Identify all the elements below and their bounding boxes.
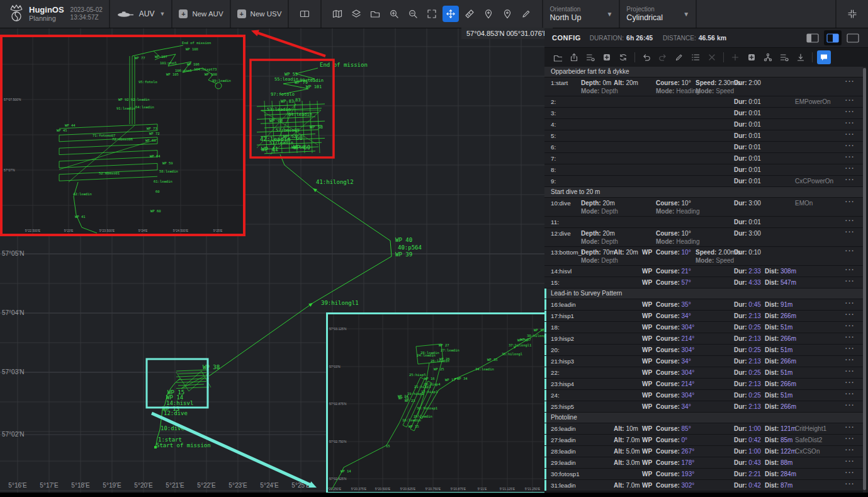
- row-menu-button[interactable]: ...: [845, 106, 855, 113]
- config-row[interactable]: 28:leadinAlt: 5.0mWPCourse: 267°Dur: 1:0…: [544, 446, 864, 457]
- delete-icon[interactable]: [705, 50, 719, 64]
- comment-icon[interactable]: [817, 50, 831, 64]
- row-menu-button[interactable]: ...: [845, 467, 855, 474]
- split-view-icon[interactable]: [296, 6, 313, 22]
- folder-icon[interactable]: [551, 50, 565, 64]
- config-row[interactable]: 12:diveDepth: 20mMode: DepthCourse: 10°M…: [544, 228, 864, 247]
- redo-icon[interactable]: [656, 50, 670, 64]
- draw-icon[interactable]: [518, 6, 534, 22]
- download-icon[interactable]: [794, 50, 808, 64]
- config-row[interactable]: 31:leadinAlt: 7.0mWPCourse: 302°Dur: 0:4…: [544, 480, 864, 491]
- config-row[interactable]: 4:Dur: 0:01...: [544, 119, 864, 130]
- config-row[interactable]: 21:hisp3WPCourse: 34°Dur: 2:13Dist: 266m…: [544, 356, 864, 367]
- row-menu-button[interactable]: ...: [845, 129, 855, 136]
- config-scrollbar[interactable]: [863, 67, 866, 493]
- config-row[interactable]: 14:hisvlWPCourse: 21°Dur: 2:33Dist: 308m…: [544, 266, 864, 277]
- add-icon[interactable]: [728, 50, 742, 64]
- row-menu-button[interactable]: ...: [845, 444, 855, 452]
- config-row[interactable]: 13:bottom_tDepth: 70mMode: DepthAlt: 20m…: [544, 247, 864, 266]
- list-icon[interactable]: [689, 50, 702, 64]
- config-row[interactable]: 11:Dur: 0:01...: [544, 217, 864, 228]
- config-row[interactable]: 1:startDepth: 0mMode: DepthAlt: 20mCours…: [544, 77, 864, 96]
- row-menu-button[interactable]: ...: [845, 421, 855, 429]
- row-menu-button[interactable]: ...: [845, 365, 855, 373]
- config-row[interactable]: 24:WPCourse: 304°Dur: 0:25Dist: 51m...: [544, 390, 864, 401]
- config-row[interactable]: 22:WPCourse: 304°Dur: 0:25Dist: 51m...: [544, 367, 864, 379]
- pan-icon[interactable]: [442, 6, 459, 22]
- undo-icon[interactable]: [640, 50, 653, 64]
- row-menu-button[interactable]: ...: [845, 196, 855, 203]
- config-row[interactable]: 23:hisp4WPCourse: 214°Dur: 2:13Dist: 266…: [544, 379, 864, 390]
- add-box-icon[interactable]: [600, 50, 614, 64]
- collapse-icon[interactable]: [844, 6, 860, 22]
- sync-icon[interactable]: [616, 50, 630, 64]
- config-row[interactable]: 8:Dur: 0:01...: [544, 164, 864, 176]
- projection-dropdown[interactable]: Projection Cylindrical ▼: [620, 0, 697, 28]
- config-row[interactable]: 9:Dur: 0:01CxCPowerOn...: [544, 176, 864, 187]
- config-row[interactable]: 3:Dur: 0:01...: [544, 108, 864, 119]
- config-row[interactable]: 29:leadinAlt: 3.0mWPCourse: 178°Dur: 0:4…: [544, 457, 864, 469]
- config-row[interactable]: 27:leadinAlt: 7.0mWPCourse: 0°Dur: 0:42D…: [544, 435, 864, 446]
- branch-icon[interactable]: [761, 50, 775, 64]
- config-row[interactable]: 5:Dur: 0:01...: [544, 130, 864, 142]
- folder-icon[interactable]: [367, 6, 383, 22]
- row-menu-button[interactable]: ...: [845, 151, 855, 159]
- row-menu-button[interactable]: ...: [845, 140, 855, 147]
- config-row[interactable]: 2:Dur: 0:01EMPowerOn...: [544, 96, 864, 108]
- row-menu-button[interactable]: ...: [845, 388, 855, 396]
- row-menu-button[interactable]: ...: [845, 117, 855, 125]
- config-row[interactable]: 26:leadinAlt: 10mWPCourse: 85°Dur: 1:00D…: [544, 423, 864, 435]
- measure-icon[interactable]: [461, 6, 478, 22]
- config-row[interactable]: 17:hisp1WPCourse: 34°Dur: 2:13Dist: 266m…: [544, 311, 864, 322]
- list-settings-icon[interactable]: [777, 50, 791, 64]
- config-row[interactable]: 10:diveDepth: 20mMode: DepthCourse: 10°M…: [544, 198, 864, 217]
- map-canvas[interactable]: 57°05'N57°04'N57°03'N57°02'N5°16'E5°17'E…: [0, 28, 544, 493]
- orientation-dropdown[interactable]: Orientation North Up ▼: [543, 0, 620, 28]
- edit-icon[interactable]: [672, 50, 686, 64]
- config-row[interactable]: 30:fotosp1WPCourse: 193°Dur: 2:21Dist: 2…: [544, 469, 864, 480]
- row-menu-button[interactable]: ...: [845, 94, 855, 102]
- config-row[interactable]: 6:Dur: 0:01...: [544, 142, 864, 153]
- list-settings-icon[interactable]: [583, 50, 597, 64]
- new-usv-button[interactable]: + New USV: [231, 0, 290, 28]
- zoom-out-icon[interactable]: [405, 6, 421, 22]
- row-menu-button[interactable]: ...: [845, 309, 855, 316]
- config-row[interactable]: 7:Dur: 0:01...: [544, 153, 864, 164]
- layout-full-icon[interactable]: [844, 30, 862, 45]
- config-row[interactable]: 18:WPCourse: 304°Dur: 0:25Dist: 51m...: [544, 322, 864, 333]
- row-menu-button[interactable]: ...: [845, 399, 855, 407]
- pin-icon[interactable]: [499, 6, 516, 22]
- row-menu-button[interactable]: ...: [845, 297, 855, 305]
- vehicle-selector[interactable]: AUV ▼: [110, 0, 173, 28]
- config-row[interactable]: 20:WPCourse: 304°Dur: 0:25Dist: 51m...: [544, 345, 864, 356]
- row-menu-button[interactable]: ...: [845, 354, 855, 362]
- layout-right-icon[interactable]: [824, 30, 842, 45]
- row-menu-button[interactable]: ...: [845, 275, 855, 283]
- config-row[interactable]: 16:leadinWPCourse: 35°Dur: 0:45Dist: 91m…: [544, 299, 864, 311]
- row-menu-button[interactable]: ...: [845, 215, 855, 222]
- export-icon[interactable]: [567, 50, 581, 64]
- row-menu-button[interactable]: ...: [845, 226, 855, 234]
- row-menu-button[interactable]: ...: [845, 76, 855, 83]
- fit-screen-icon[interactable]: [424, 6, 440, 22]
- row-menu-button[interactable]: ...: [845, 174, 855, 181]
- row-menu-button[interactable]: ...: [845, 331, 855, 339]
- row-menu-button[interactable]: ...: [845, 433, 855, 440]
- row-menu-button[interactable]: ...: [845, 455, 855, 463]
- row-menu-button[interactable]: ...: [845, 264, 855, 271]
- layout-left-icon[interactable]: [804, 30, 821, 45]
- row-menu-button[interactable]: ...: [845, 245, 855, 253]
- config-row[interactable]: 19:hisp2WPCourse: 214°Dur: 2:13Dist: 266…: [544, 333, 864, 345]
- add-pin-icon[interactable]: [480, 6, 497, 22]
- add-box-icon[interactable]: [745, 50, 758, 64]
- new-auv-button[interactable]: + New AUV: [172, 0, 230, 28]
- zoom-in-icon[interactable]: [386, 6, 402, 22]
- row-menu-button[interactable]: ...: [845, 478, 855, 486]
- row-menu-button[interactable]: ...: [845, 320, 855, 328]
- layers-icon[interactable]: [348, 6, 364, 22]
- row-menu-button[interactable]: ...: [845, 163, 855, 170]
- row-menu-button[interactable]: ...: [845, 343, 855, 350]
- config-row[interactable]: 25:hisp5WPCourse: 34°Dur: 2:13Dist: 266m…: [544, 401, 864, 413]
- map-icon[interactable]: [329, 6, 346, 22]
- config-row[interactable]: 15:WPCourse: 57°Dur: 4:33Dist: 547m...: [544, 277, 864, 288]
